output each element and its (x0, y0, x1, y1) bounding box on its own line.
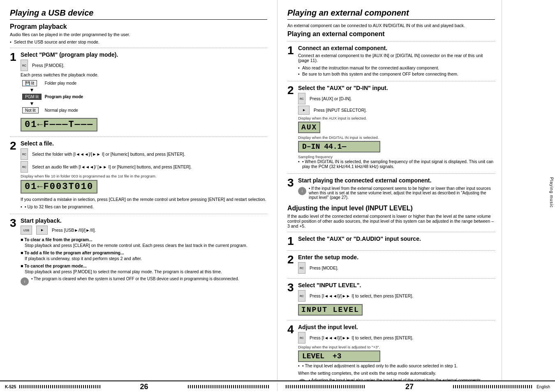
arrow-down-1: ▼ (22, 87, 42, 93)
footer-left: K-525 26 (0, 383, 278, 391)
right-main: Playing an external component An externa… (278, 0, 502, 380)
a-step2: 2 Enter the setup mode. RC Press [MODE]. (287, 254, 495, 275)
step2-number: 2 (10, 140, 18, 152)
left-page: Playing a USB device Program playback Au… (0, 0, 278, 380)
right-intro: An external component can be connected t… (287, 23, 495, 28)
adjust-heading: Adjusting the input level (INPUT LEVEL) (287, 205, 495, 212)
lcd-din-display: D–IN 44.1— (298, 141, 380, 152)
program-playback-section: Program playback Audio files can be play… (10, 23, 267, 210)
r-step1-desc: Connect an external component to the [AU… (298, 53, 495, 63)
sub2-title: ■ To add a file to the program after pro… (21, 250, 267, 255)
sub1-title: ■ To clear a file from the program... (21, 237, 267, 242)
mode-table: 💾 lit Folder play mode ▼ PGM lit Program… (21, 80, 85, 114)
usb-device-icon: USB (21, 226, 32, 235)
r-step3-number: 3 (287, 177, 296, 189)
a-step1-number: 1 (287, 235, 296, 247)
a-step2-title: Enter the setup mode. (298, 254, 495, 261)
r-step2-number: 2 (287, 85, 296, 96)
lcd-level-val: +3 (333, 352, 342, 360)
a-step4-number: 4 (287, 324, 296, 335)
unit-icon-r2: ▶ (298, 106, 310, 115)
step1-title: Select "PGM" (program play mode). (21, 51, 267, 58)
mode-lit-icon: 💾 lit (22, 80, 37, 86)
sub1-text: Stop playback and press [CLEAR] on the r… (25, 243, 267, 248)
a-step1-content: Select the "AUX" or "D.AUDIO" input sour… (298, 235, 495, 244)
right-sidebar: Playing music (502, 0, 555, 380)
a-step1: 1 Select the "AUX" or "D.AUDIO" input so… (287, 235, 495, 247)
r-step1-b1: Also read the instruction manual for the… (298, 65, 495, 70)
step2-press2-text: Select an audio file with [I◄◄◄]/ [►► I]… (32, 164, 192, 169)
a-step3-press-text: Press [I◄◄◄I]/[►► I] to select, then pre… (310, 293, 413, 298)
footer-page-left: 26 (104, 383, 185, 391)
step1-press: RC Press [P.MODE]. (21, 60, 267, 71)
step2-press1-text: Select the folder with [I◄◄◄]/[►► I] or … (32, 152, 185, 157)
main-content: Playing a USB device Program playback Au… (0, 0, 555, 380)
r-step2-press1-text: Press [AUX] or [D-IN]. (310, 96, 352, 101)
a-step4-title: Adjust the input level. (298, 324, 495, 330)
dotted-sep-3 (10, 214, 267, 214)
mode-pgm-icon: PGM lit (22, 94, 42, 100)
footer-lines-right2 (453, 385, 533, 388)
note-icon-left: i (21, 277, 29, 286)
footer-page-right: 27 (369, 383, 449, 391)
lcd-aux-display: AUX (298, 122, 320, 133)
remote-icon-1: RC (21, 60, 28, 71)
page-container: Playing a USB device Program playback Au… (0, 0, 555, 392)
step3-press-text: Press [USB►/II]/[►/II]. (52, 228, 96, 233)
lcd-din-text: D–IN (302, 143, 320, 151)
lcd-display-2: 01←F003T010 (21, 180, 97, 194)
step1-pgm: 1 Select "PGM" (program play mode). RC P… (10, 51, 267, 133)
r-step2-press2-line: ▶ Press [INPUT SELECTOR]. (298, 106, 495, 115)
r-step3: 3 Start playing the connected external c… (287, 177, 495, 202)
lcd-input-level: INPUT LEVEL (298, 304, 363, 316)
r-step2-press1-line: RC Press [AUX] or [D-IN]. (298, 93, 495, 104)
right-page-title: Playing an external component (287, 8, 495, 20)
r-step1-b2: Be sure to turn both this system and the… (298, 71, 495, 76)
step3-note-box: i • The program is cleared when the syst… (21, 277, 267, 286)
dotted-sep-r2 (287, 81, 495, 81)
mode-row-arrow2: ▼ (21, 100, 85, 107)
footer-model: K-525 (5, 385, 16, 389)
step3-title: Start playback. (21, 217, 267, 224)
r-step2-content: Select the "AUX" or "D-IN" input. RC Pre… (298, 85, 495, 170)
lcd-freq-text: 44.1— (324, 143, 346, 151)
a-step4-press-text: Press [I◄◄◄I]/[►► I] to select, then pre… (310, 335, 413, 340)
lcd-aux-label: Display when the AUX input is selected. (298, 116, 495, 120)
step2-content: Select a file. RC Select the folder with… (21, 140, 267, 210)
usb-source-bullet: Select the USB source and enter stop mod… (10, 39, 267, 44)
r-step1-title: Connect an external component. (298, 45, 495, 51)
r-step2: 2 Select the "AUX" or "D-IN" input. RC P… (287, 85, 495, 170)
remote-icon-a4: RC (298, 332, 305, 344)
left-page-title: Playing a USB device (10, 8, 267, 20)
adjust-desc: If the audio level of the connected exte… (287, 214, 495, 228)
r-step2-press2-text: Press [INPUT SELECTOR]. (314, 108, 367, 113)
a-step3-title: Select "INPUT LEVEL". (298, 282, 495, 288)
step1-number: 1 (10, 51, 18, 63)
step2-press2-line: RC Select an audio file with [I◄◄◄]/ [►►… (21, 161, 267, 173)
sub3-title: ■ To cancel the program mode... (21, 263, 267, 268)
right-page: Playing an external component An externa… (278, 0, 555, 380)
freq-caption: Sampling frequency (298, 154, 495, 159)
dotted-sep-1 (10, 48, 267, 48)
r-step1: 1 Connect an external component. Connect… (287, 45, 495, 78)
remote-icon-r2a: RC (298, 93, 305, 104)
step2-select-file: 2 Select a file. RC Select the folder wi… (10, 140, 267, 210)
a-step4-content: Adjust the input level. RC Press [I◄◄◄I]… (298, 324, 495, 380)
step3-playback: 3 Start playback. USB ▶ Press [USB►/II]/… (10, 217, 267, 288)
sub3-text: Stop playback and press [P.MODE] to sele… (25, 269, 267, 274)
dotted-sep-r1 (287, 41, 495, 42)
a-step2-number: 2 (287, 254, 296, 265)
footer: K-525 26 27 English (0, 380, 555, 392)
r-step3-note-text: • If the input level from the external c… (309, 186, 495, 200)
mode-row-2: PGM lit Program play mode (21, 93, 85, 100)
a-step2-press-text: Press [MODE]. (310, 265, 338, 270)
a-step2-press-line: RC Press [MODE]. (298, 262, 495, 274)
playing-external-heading: Playing an external component (287, 30, 495, 38)
remote-icon-a3: RC (298, 290, 305, 302)
lcd-display-1: 01←F———T——— (21, 118, 97, 131)
remote-icon-3: RC (21, 161, 28, 173)
dotted-sep-a4 (287, 320, 495, 321)
a-step4: 4 Adjust the input level. RC Press [I◄◄◄… (287, 324, 495, 380)
a-step4-bullet1: • The input level adjustment is applied … (298, 363, 495, 368)
digital-note: • When DIGITAL IN is selected, the sampl… (298, 159, 495, 169)
